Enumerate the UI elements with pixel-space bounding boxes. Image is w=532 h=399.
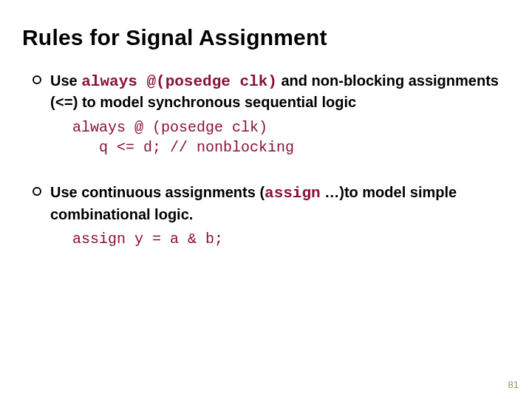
bullet-item: Use always @(posedge clk) and non-blocki…: [33, 71, 510, 113]
page-number: 81: [508, 379, 519, 390]
bullet-text: Use continuous assignments (assign …)to …: [50, 183, 510, 224]
code-block: assign y = a & b;: [72, 229, 510, 249]
page-title: Rules for Signal Assignment: [22, 25, 510, 50]
slide: Rules for Signal Assignment Use always @…: [0, 0, 532, 399]
bullet-text: Use always @(posedge clk) and non-blocki…: [50, 71, 510, 113]
text-run: ) to model synchronous sequential logic: [73, 94, 356, 110]
inline-code: always @(posedge clk): [81, 73, 277, 90]
bullet-marker-icon: [33, 75, 41, 84]
bullet-item: Use continuous assignments (assign …)to …: [33, 183, 510, 224]
inline-code: assign: [265, 185, 321, 202]
bullet-marker-icon: [33, 187, 41, 196]
text-run: Use continuous assignments (: [50, 184, 265, 200]
inline-operator: <=: [55, 95, 73, 112]
text-run: Use: [50, 72, 81, 89]
code-block: always @ (posedge clk) q <= d; // nonblo…: [72, 117, 510, 157]
